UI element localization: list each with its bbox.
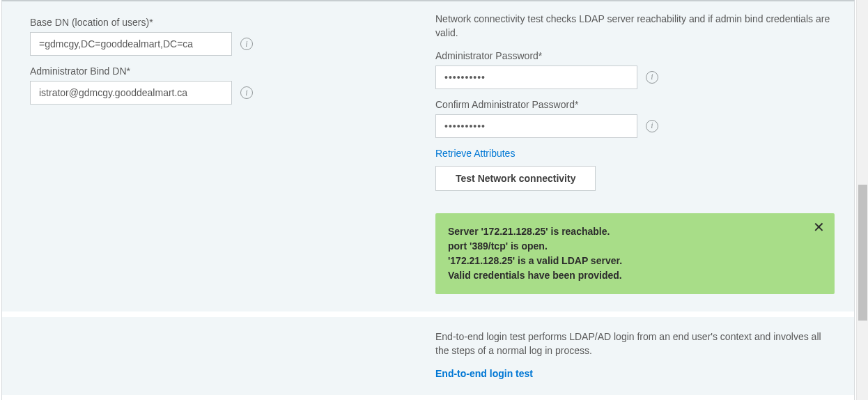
admin-password-label: Administrator Password* [435,50,835,61]
info-icon[interactable]: i [240,86,253,99]
retrieve-attributes-link[interactable]: Retrieve Attributes [435,148,515,159]
base-dn-label: Base DN (location of users)* [30,17,406,28]
scrollbar-thumb[interactable] [858,185,867,321]
success-line: port '389/tcp' is open. [448,239,804,254]
close-icon[interactable]: ✕ [813,220,825,234]
e2e-description: End-to-end login test performs LDAP/AD l… [435,330,835,358]
success-line: Server '172.21.128.25' is reachable. [448,224,804,239]
admin-bind-dn-input[interactable] [30,81,232,105]
e2e-login-test-link[interactable]: End-to-end login test [435,368,533,379]
base-dn-input[interactable] [30,32,232,56]
success-notification: ✕ Server '172.21.128.25' is reachable. p… [435,213,835,294]
success-line: '172.21.128.25' is a valid LDAP server. [448,254,804,268]
test-connectivity-button[interactable]: Test Network connectivity [435,166,596,191]
confirm-password-input[interactable] [435,114,637,138]
admin-password-input[interactable] [435,66,637,89]
success-line: Valid credentials have been provided. [448,268,804,283]
info-icon[interactable]: i [240,38,253,50]
info-icon[interactable]: i [646,71,658,84]
admin-bind-dn-label: Administrator Bind DN* [30,66,406,77]
scrollbar-track[interactable] [856,0,868,400]
connectivity-description: Network connectivity test checks LDAP se… [435,12,835,40]
info-icon[interactable]: i [646,120,658,132]
confirm-password-label: Confirm Administrator Password* [435,99,835,110]
